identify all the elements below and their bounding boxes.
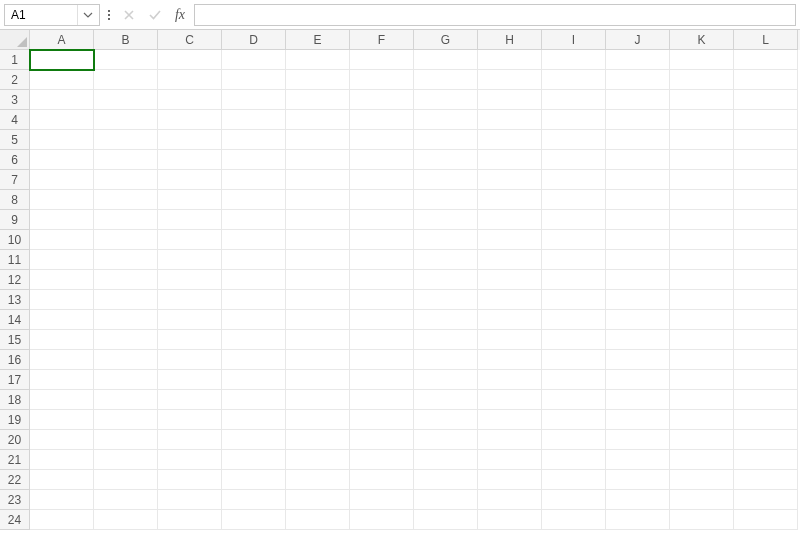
- cell[interactable]: [286, 210, 350, 230]
- cell[interactable]: [30, 410, 94, 430]
- cell[interactable]: [670, 450, 734, 470]
- cell[interactable]: [158, 350, 222, 370]
- cell[interactable]: [670, 310, 734, 330]
- cell[interactable]: [606, 190, 670, 210]
- row-header[interactable]: 12: [0, 270, 30, 290]
- cell[interactable]: [606, 250, 670, 270]
- cell[interactable]: [94, 270, 158, 290]
- row-header[interactable]: 7: [0, 170, 30, 190]
- cell[interactable]: [94, 390, 158, 410]
- cell[interactable]: [222, 410, 286, 430]
- select-all-corner[interactable]: [0, 30, 30, 50]
- cell[interactable]: [670, 50, 734, 70]
- cell[interactable]: [158, 410, 222, 430]
- column-header[interactable]: J: [606, 30, 670, 50]
- cell[interactable]: [94, 90, 158, 110]
- row-header[interactable]: 16: [0, 350, 30, 370]
- cell[interactable]: [94, 410, 158, 430]
- cell[interactable]: [350, 110, 414, 130]
- cell[interactable]: [222, 130, 286, 150]
- cell[interactable]: [158, 390, 222, 410]
- cell[interactable]: [734, 470, 798, 490]
- cell[interactable]: [94, 510, 158, 530]
- cell[interactable]: [158, 450, 222, 470]
- cell[interactable]: [542, 370, 606, 390]
- cell[interactable]: [30, 230, 94, 250]
- cell[interactable]: [414, 90, 478, 110]
- cell[interactable]: [478, 50, 542, 70]
- cell[interactable]: [542, 70, 606, 90]
- cell[interactable]: [734, 130, 798, 150]
- row-header[interactable]: 10: [0, 230, 30, 250]
- cell[interactable]: [542, 290, 606, 310]
- cell[interactable]: [30, 490, 94, 510]
- row-header[interactable]: 21: [0, 450, 30, 470]
- cell[interactable]: [158, 150, 222, 170]
- cell[interactable]: [286, 50, 350, 70]
- cell[interactable]: [542, 50, 606, 70]
- cell[interactable]: [286, 150, 350, 170]
- cell[interactable]: [158, 210, 222, 230]
- cell[interactable]: [478, 330, 542, 350]
- cell[interactable]: [222, 230, 286, 250]
- cell[interactable]: [30, 130, 94, 150]
- row-header[interactable]: 11: [0, 250, 30, 270]
- cell[interactable]: [542, 410, 606, 430]
- cell[interactable]: [478, 110, 542, 130]
- cell[interactable]: [222, 490, 286, 510]
- cell[interactable]: [734, 210, 798, 230]
- row-header[interactable]: 15: [0, 330, 30, 350]
- row-header[interactable]: 5: [0, 130, 30, 150]
- cell[interactable]: [542, 330, 606, 350]
- cell[interactable]: [350, 210, 414, 230]
- cell[interactable]: [350, 330, 414, 350]
- row-header[interactable]: 3: [0, 90, 30, 110]
- cell[interactable]: [414, 250, 478, 270]
- column-header[interactable]: L: [734, 30, 798, 50]
- cell[interactable]: [542, 450, 606, 470]
- cell[interactable]: [734, 50, 798, 70]
- cell[interactable]: [414, 190, 478, 210]
- cell[interactable]: [286, 290, 350, 310]
- cell[interactable]: [350, 70, 414, 90]
- row-header[interactable]: 22: [0, 470, 30, 490]
- cell[interactable]: [286, 510, 350, 530]
- cell[interactable]: [670, 430, 734, 450]
- cell[interactable]: [350, 350, 414, 370]
- cell[interactable]: [30, 450, 94, 470]
- cell[interactable]: [606, 230, 670, 250]
- column-header[interactable]: A: [30, 30, 94, 50]
- cell[interactable]: [734, 250, 798, 270]
- cell[interactable]: [286, 190, 350, 210]
- cell[interactable]: [414, 370, 478, 390]
- cell[interactable]: [94, 330, 158, 350]
- cell[interactable]: [94, 370, 158, 390]
- cell[interactable]: [542, 310, 606, 330]
- cell[interactable]: [94, 230, 158, 250]
- cell[interactable]: [286, 330, 350, 350]
- cell[interactable]: [158, 110, 222, 130]
- cell[interactable]: [478, 470, 542, 490]
- cell[interactable]: [414, 310, 478, 330]
- cell[interactable]: [222, 450, 286, 470]
- cell[interactable]: [414, 70, 478, 90]
- cell[interactable]: [542, 90, 606, 110]
- cell[interactable]: [606, 510, 670, 530]
- cell[interactable]: [30, 90, 94, 110]
- cell[interactable]: [158, 90, 222, 110]
- cell[interactable]: [478, 270, 542, 290]
- cell[interactable]: [286, 110, 350, 130]
- cell[interactable]: [350, 90, 414, 110]
- cell[interactable]: [542, 210, 606, 230]
- cell[interactable]: [478, 190, 542, 210]
- cell[interactable]: [734, 70, 798, 90]
- cell[interactable]: [414, 330, 478, 350]
- cell[interactable]: [542, 430, 606, 450]
- cell[interactable]: [606, 490, 670, 510]
- cell[interactable]: [94, 450, 158, 470]
- cell[interactable]: [94, 210, 158, 230]
- cell[interactable]: [414, 150, 478, 170]
- cell[interactable]: [30, 350, 94, 370]
- cell[interactable]: [158, 130, 222, 150]
- cell[interactable]: [30, 510, 94, 530]
